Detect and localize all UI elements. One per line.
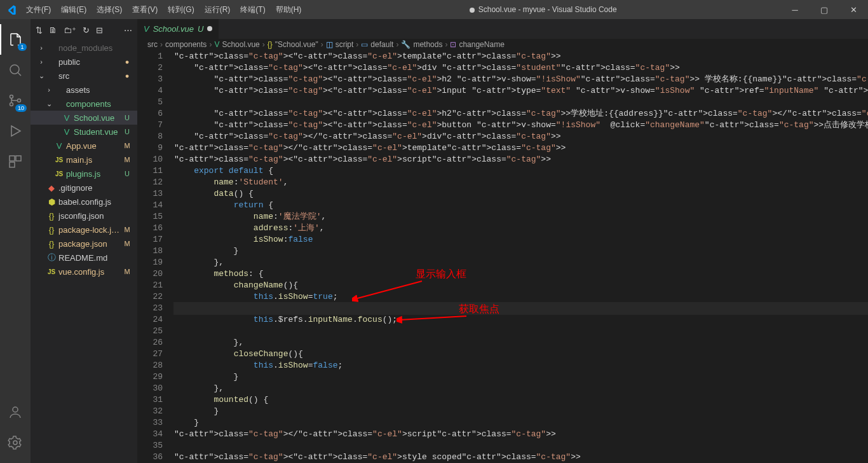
code-line[interactable]: "c-attr">class="c-tag"><"c-attr">class="… xyxy=(174,51,868,62)
code-line[interactable]: export default { xyxy=(174,165,868,177)
tree-item[interactable]: ◆.gitignore xyxy=(31,181,137,195)
tab-school-vue[interactable]: V School.vue U xyxy=(137,19,219,39)
tree-item[interactable]: ›public● xyxy=(31,55,137,69)
git-status: U xyxy=(122,170,132,177)
menu-edit[interactable]: 编辑(E) xyxy=(57,2,91,18)
breadcrumb-item[interactable]: changeName xyxy=(459,40,504,49)
code-line[interactable]: data() { xyxy=(174,188,868,200)
collapse-icon[interactable]: ⊟ xyxy=(96,25,103,35)
tree-item[interactable]: ›node_modules xyxy=(31,41,137,55)
code-line[interactable]: } xyxy=(174,245,868,257)
minimize-button[interactable]: ─ xyxy=(780,0,810,19)
more-icon[interactable]: ⋯ xyxy=(124,25,132,35)
tree-label: assets xyxy=(66,85,122,95)
code-line[interactable]: "c-attr">class="c-tag"><"c-attr">class="… xyxy=(174,452,868,463)
code-line[interactable]: "c-attr">class="c-tag"><"c-attr">class="… xyxy=(174,62,868,74)
breadcrumb-item[interactable]: script xyxy=(336,40,354,49)
close-button[interactable]: ✕ xyxy=(839,0,868,19)
git-status: U xyxy=(122,128,132,135)
breadcrumb-item[interactable]: methods xyxy=(413,40,442,49)
code-line[interactable]: name:'Student', xyxy=(174,177,868,188)
maximize-button[interactable]: ▢ xyxy=(810,0,839,19)
code-line[interactable]: name:'魔法学院', xyxy=(174,211,868,223)
explorer-sidebar: ⇅ 🗎 🗀⁺ ↻ ⊟ ⋯ ›node_modules›public●⌄src●›… xyxy=(31,19,137,463)
breadcrumb[interactable]: src› components›V School.vue›{} "School.… xyxy=(137,39,868,51)
git-status: ● xyxy=(122,58,132,66)
tree-item[interactable]: ⓘREADME.md xyxy=(31,251,137,265)
tree-item[interactable]: VSchool.vueU xyxy=(31,111,137,125)
code-editor[interactable]: 1234567891011121314151617181920212223242… xyxy=(137,51,868,463)
code-line[interactable]: } xyxy=(174,371,868,383)
code-line[interactable]: "c-attr">class="c-tag"><"c-attr">class="… xyxy=(174,120,868,131)
tree-item[interactable]: ⌄src● xyxy=(31,69,137,83)
search-icon[interactable] xyxy=(0,55,31,85)
breadcrumb-item[interactable]: "School.vue" xyxy=(275,40,318,49)
file-icon: V xyxy=(61,127,72,137)
menu-bar: 文件(F) 编辑(E) 选择(S) 查看(V) 转到(G) 运行(R) 终端(T… xyxy=(22,2,306,18)
code-line[interactable]: changeName(){ xyxy=(174,280,868,291)
code-line[interactable]: this.isShow=false; xyxy=(174,360,868,371)
code-line[interactable] xyxy=(174,303,868,314)
code-line[interactable] xyxy=(174,326,868,337)
tree-item[interactable]: ⬢babel.config.js xyxy=(31,195,137,209)
code-line[interactable]: }, xyxy=(174,383,868,394)
menu-run[interactable]: 运行(R) xyxy=(200,2,235,18)
git-status: U xyxy=(122,114,132,121)
run-debug-icon[interactable] xyxy=(0,116,31,146)
extensions-icon[interactable] xyxy=(0,146,31,177)
code-line[interactable]: return { xyxy=(174,200,868,211)
code-line[interactable]: } xyxy=(174,417,868,429)
code-line[interactable]: }, xyxy=(174,337,868,349)
tree-item[interactable]: ⌄components xyxy=(31,97,137,111)
code-line[interactable]: this.$refs.inputName.focus(); xyxy=(174,314,868,326)
accounts-icon[interactable] xyxy=(0,397,31,427)
code-line[interactable]: "c-attr">class="c-tag"><"c-attr">class="… xyxy=(174,85,868,97)
breadcrumb-item[interactable]: default xyxy=(370,40,393,49)
explorer-filter-icon[interactable]: ⇅ xyxy=(36,25,43,35)
tree-item[interactable]: {}package-lock.jsonM xyxy=(31,223,137,237)
file-tree[interactable]: ›node_modules›public●⌄src●›assets⌄compon… xyxy=(31,41,137,463)
menu-view[interactable]: 查看(V) xyxy=(128,2,162,18)
code-line[interactable]: } xyxy=(174,406,868,417)
tree-label: README.md xyxy=(58,253,122,263)
menu-help[interactable]: 帮助(H) xyxy=(271,2,306,18)
code-line[interactable]: methods: { xyxy=(174,268,868,280)
code-line[interactable]: "c-attr">class="c-tag"></"c-attr">class=… xyxy=(174,131,868,142)
explorer-icon[interactable]: 1 xyxy=(0,24,31,55)
code-line[interactable]: closeChange(){ xyxy=(174,349,868,360)
code-line[interactable] xyxy=(174,97,868,108)
code-line[interactable]: "c-attr">class="c-tag"><"c-attr">class="… xyxy=(174,154,868,165)
menu-go[interactable]: 转到(G) xyxy=(163,2,198,18)
code-line[interactable]: "c-attr">class="c-tag"><"c-attr">class="… xyxy=(174,108,868,120)
tree-item[interactable]: {}jsconfig.json xyxy=(31,209,137,223)
new-file-icon[interactable]: 🗎 xyxy=(49,25,57,35)
code-line[interactable]: address:'上海', xyxy=(174,223,868,234)
tree-item[interactable]: VStudent.vueU xyxy=(31,125,137,139)
code-line[interactable]: "c-attr">class="c-tag"><"c-attr">class="… xyxy=(174,74,868,85)
tree-item[interactable]: JSmain.jsM xyxy=(31,153,137,167)
tree-item[interactable]: VApp.vueM xyxy=(31,139,137,153)
code-line[interactable] xyxy=(174,440,868,452)
breadcrumb-item[interactable]: components xyxy=(165,40,207,49)
menu-selection[interactable]: 选择(S) xyxy=(92,2,126,18)
tree-item[interactable]: JSvue.config.jsM xyxy=(31,265,137,279)
tree-item[interactable]: {}package.jsonM xyxy=(31,237,137,251)
code-line[interactable]: isShow:false xyxy=(174,234,868,245)
code-line[interactable]: "c-attr">class="c-tag"></"c-attr">class=… xyxy=(174,429,868,440)
code-line[interactable]: }, xyxy=(174,257,868,268)
settings-icon[interactable] xyxy=(0,427,31,458)
tree-item[interactable]: JSplugins.jsU xyxy=(31,167,137,181)
code-content[interactable]: 显示输入框 获取焦点 "c-attr">class="c-tag"><"c-at… xyxy=(174,51,868,463)
breadcrumb-item[interactable]: School.vue xyxy=(222,40,259,49)
code-line[interactable]: this.isShow=true; xyxy=(174,291,868,303)
code-line[interactable]: mounted() { xyxy=(174,394,868,406)
tree-item[interactable]: ›assets xyxy=(31,83,137,97)
new-folder-icon[interactable]: 🗀⁺ xyxy=(64,25,76,35)
breadcrumb-item[interactable]: src xyxy=(147,40,158,49)
menu-file[interactable]: 文件(F) xyxy=(22,2,55,18)
refresh-icon[interactable]: ↻ xyxy=(83,25,90,35)
code-line[interactable]: "c-attr">class="c-tag"></"c-attr">class=… xyxy=(174,142,868,154)
source-control-icon[interactable]: 10 xyxy=(0,85,31,116)
menu-terminal[interactable]: 终端(T) xyxy=(236,2,269,18)
tree-label: main.js xyxy=(66,155,122,165)
